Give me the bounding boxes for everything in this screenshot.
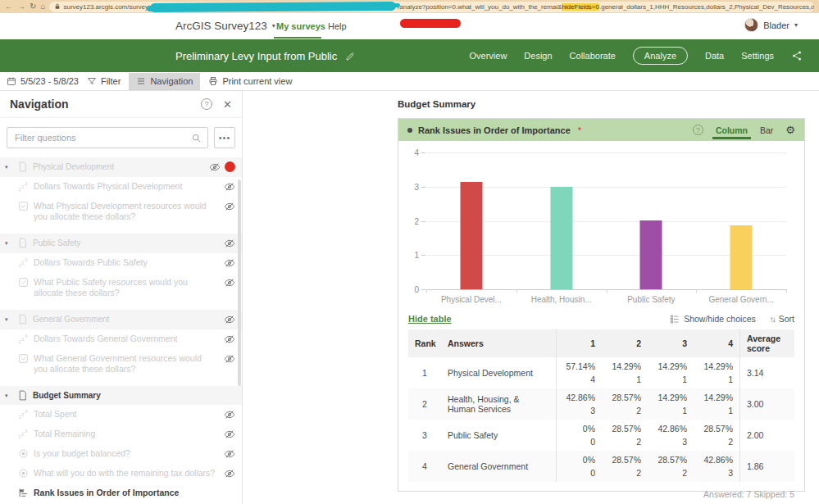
eye-slash-icon[interactable] [209, 161, 221, 173]
banner-tab-design[interactable]: Design [524, 51, 552, 61]
cell-answer: Public Safety [441, 420, 556, 451]
banner-tab-analyze[interactable]: Analyze [633, 47, 688, 65]
nav-question-11[interactable]: Total Remaining [0, 425, 242, 444]
eye-slash-icon[interactable] [224, 277, 235, 288]
eye-slash-icon[interactable] [224, 201, 235, 212]
table-header-5: 4 [694, 329, 739, 357]
navigation-panel: Navigation ? ✕ ••• ▾Physical Development… [0, 91, 243, 504]
cell-count: 3 [590, 406, 595, 415]
eye-slash-icon[interactable] [224, 448, 235, 460]
eye-slash-icon[interactable] [224, 409, 235, 420]
nav-item-label: Rank Issues in Order of Importance [34, 488, 235, 498]
navigation-toggle-button[interactable]: Navigation [129, 73, 200, 90]
nav-section-0[interactable]: ▾Physical Development [0, 157, 242, 177]
banner-tab-collaborate[interactable]: Collaborate [570, 51, 616, 61]
nav-question-7[interactable]: Dollars Towards General Government [0, 329, 242, 349]
nav-item-label: What Public Safety resources would you a… [34, 277, 219, 298]
nav-section-6[interactable]: ▾General Government [0, 310, 242, 329]
nav-question-13[interactable]: What will you do with the remaining tax … [0, 464, 242, 484]
eye-slash-icon[interactable] [224, 257, 235, 269]
eye-slash-icon[interactable] [224, 353, 235, 365]
chart-help-icon[interactable]: ? [693, 125, 703, 135]
filter-questions-input[interactable] [7, 133, 207, 143]
nav-question-5[interactable]: What Public Safety resources would you a… [0, 273, 242, 302]
bar-general-government[interactable] [730, 225, 753, 289]
date-range-control[interactable]: 5/5/23 - 5/8/23 [7, 76, 79, 86]
close-icon[interactable]: ✕ [223, 98, 232, 111]
nav-section-9[interactable]: ▾Budget Summary [0, 386, 242, 405]
cell-count: 2 [728, 437, 733, 447]
bar-public-safety[interactable] [640, 220, 662, 289]
notification-red-dot [225, 161, 235, 172]
nav-scrollbar-thumb[interactable] [238, 179, 241, 386]
nav-question-10[interactable]: Total Spent [0, 405, 242, 425]
nav-question-1[interactable]: Dollars Towards Physical Development [0, 177, 242, 197]
cell-percent: 28.57% [703, 424, 733, 434]
nav-section-3[interactable]: ▾Public Safety [0, 234, 242, 253]
banner-tab-data[interactable]: Data [705, 51, 724, 61]
nav-question-12[interactable]: Is your budget balanced? [0, 444, 242, 464]
browser-reload-icon[interactable]: ↻ [30, 2, 36, 11]
y-tick-label-3: 3 [403, 182, 419, 191]
eye-slash-icon[interactable] [224, 238, 235, 249]
cell-rank: 3 [408, 420, 441, 451]
address-bar[interactable]: survey123.arcgis.com/survey /analyze?pos… [49, 2, 814, 12]
help-icon[interactable]: ? [201, 98, 212, 110]
chevron-expand-icon[interactable]: ▾ [5, 238, 12, 248]
bar-physical-development[interactable] [460, 182, 482, 289]
cell-percent: 14.29% [657, 393, 687, 402]
brand-menu[interactable]: ArcGIS Survey123▾ [175, 20, 275, 32]
nav-question-14[interactable]: Rank Issues in Order of Importance [0, 484, 242, 502]
browser-forward-icon[interactable]: → [17, 2, 25, 11]
browser-back-icon[interactable]: ← [5, 2, 13, 11]
header-link-help[interactable]: Help [328, 21, 347, 31]
cell-average-score: 2.00 [739, 420, 796, 451]
browser-home-icon[interactable]: ⌂ [40, 2, 45, 11]
nav-question-2[interactable]: What Physical Development resources woul… [0, 197, 242, 226]
eye-slash-icon[interactable] [224, 181, 235, 193]
header-link-my-surveys[interactable]: My surveys [276, 21, 325, 31]
nav-question-4[interactable]: Dollars Towards Public Safety [0, 253, 242, 273]
y-tick-label-1: 1 [403, 251, 419, 260]
share-icon[interactable] [791, 50, 803, 61]
more-options-button[interactable]: ••• [214, 127, 235, 148]
app-header: ArcGIS Survey123▾ My surveys Help Blader… [0, 13, 819, 39]
bar-health-housing-human-services[interactable] [550, 187, 572, 289]
print-button[interactable]: Print current view [208, 76, 292, 86]
cell-count: 2 [636, 406, 641, 415]
eye-slash-icon[interactable] [224, 468, 235, 479]
filter-button[interactable]: Filter [87, 76, 121, 86]
x-tick-1 [516, 289, 517, 293]
banner-tab-overview[interactable]: Overview [470, 51, 507, 61]
radio-icon [18, 468, 29, 479]
tab-bar[interactable]: Bar [760, 125, 773, 135]
chevron-expand-icon[interactable]: ▾ [5, 161, 12, 172]
cell-count: 4 [590, 375, 595, 384]
nav-question-8[interactable]: What General Government resources would … [0, 349, 242, 379]
eye-slash-icon[interactable] [224, 334, 235, 345]
show-hide-choices-button[interactable]: Show/hide choices [670, 314, 756, 324]
chevron-expand-icon[interactable]: ▾ [5, 314, 12, 325]
banner-tab-settings[interactable]: Settings [741, 51, 774, 61]
cell-percent: 28.57% [612, 424, 641, 434]
gear-icon[interactable]: ⚙ [785, 125, 795, 135]
hide-table-link[interactable]: Hide table [408, 314, 452, 324]
cell-choice-3: 14.29%1 [648, 388, 694, 420]
chevron-expand-icon[interactable]: ▾ [5, 390, 12, 401]
tab-column[interactable]: Column [716, 125, 748, 135]
x-tick-2 [607, 289, 607, 293]
chevron-down-icon: ▾ [794, 21, 798, 29]
cell-rank: 2 [408, 388, 441, 420]
cell-choice-3: 28.57%2 [648, 451, 694, 482]
sort-button[interactable]: ↑↓ Sort [770, 314, 794, 324]
chart-slots [426, 152, 786, 289]
eye-slash-icon[interactable] [224, 314, 235, 325]
table-row-4: 4General Government0%028.57%228.57%242.8… [408, 451, 794, 482]
url-mid: /analyze?position=0.what_will_you_do_wit… [398, 3, 562, 11]
user-menu[interactable]: Blader ▾ [744, 18, 798, 32]
edit-title-pencil-icon[interactable] [345, 51, 356, 61]
funnel-icon [87, 76, 97, 86]
y-tick-label-0: 0 [403, 285, 419, 294]
chart-category-labels: Physical Devel...Health, Housin...Public… [426, 295, 786, 304]
eye-slash-icon[interactable] [224, 429, 235, 440]
